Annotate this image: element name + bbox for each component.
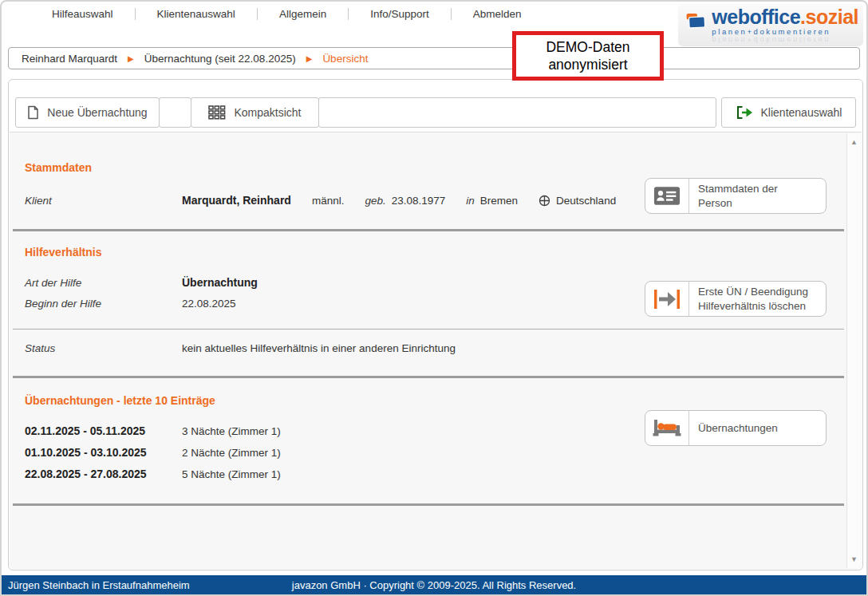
toolbar-empty-cell: [318, 97, 716, 128]
country: Deutschland: [556, 195, 616, 207]
scroll-up-arrow-icon[interactable]: ▲: [847, 138, 861, 146]
hilfeverhaeltnis-heading: Hilfeverhältnis: [25, 246, 101, 259]
beginn-der-hilfe-label: Beginn der Hilfe: [25, 298, 182, 310]
scroll-down-arrow-icon[interactable]: ▼: [847, 555, 861, 563]
art-der-hilfe-row: Art der Hilfe Übernachtung: [25, 276, 258, 289]
nav-abmelden[interactable]: Abmelden: [452, 8, 543, 20]
art-der-hilfe-value: Übernachtung: [182, 276, 258, 289]
overnight-range: 02.11.2025 - 05.11.2025: [25, 424, 182, 437]
place-label: in: [466, 195, 475, 207]
stammdaten-der-person-button[interactable]: Stammdaten der Person: [645, 178, 827, 214]
new-overnight-button[interactable]: Neue Übernachtung: [15, 97, 160, 128]
overnight-detail: 2 Nächte (Zimmer 1): [182, 447, 281, 459]
erste-uen-beendigung-button[interactable]: Erste ÜN / Beendigung Hilfeverhältnis lö…: [645, 281, 827, 317]
uebernachtungen-heading: Übernachtungen - letzte 10 Einträge: [25, 394, 215, 407]
logo-wordmark: weboffice.sozial: [712, 7, 858, 27]
logo-tagline: planen+dokumentieren: [712, 28, 858, 36]
demo-data-overlay: DEMO-Daten anonymisiert: [512, 31, 664, 81]
globe-icon: [539, 195, 550, 207]
grid-icon: [208, 105, 226, 120]
main-panel: Neue Übernachtung Kompaktsicht Klientena…: [8, 79, 863, 570]
overnight-range: 01.10.2025 - 03.10.2025: [25, 446, 182, 459]
erste-uen-button-label: Erste ÜN / Beendigung Hilfeverhältnis lö…: [689, 285, 826, 313]
uebernachtungen-button-label: Übernachtungen: [689, 421, 826, 436]
birth-place: Bremen: [480, 195, 518, 207]
klient-row: Klient Marquardt, Reinhard männl. geb.23…: [25, 194, 616, 207]
vertical-scrollbar[interactable]: ▲ ▼: [846, 133, 861, 568]
footer-user-info: Jürgen Steinbach in Erstaufnahmeheim: [8, 579, 190, 591]
id-card-icon: [653, 185, 681, 207]
birth-date: 23.08.1977: [392, 195, 446, 207]
client-gender: männl.: [312, 195, 345, 207]
breadcrumb-current-page: Übersicht: [322, 53, 368, 65]
client-selection-button[interactable]: Klientenauswahl: [721, 97, 856, 128]
stammdaten-button-label: Stammdaten der Person: [689, 182, 826, 210]
art-der-hilfe-label: Art der Hilfe: [25, 277, 182, 289]
client-selection-label: Klientenauswahl: [761, 106, 842, 119]
logo-reflection: planen+dokumentieren: [712, 36, 831, 44]
new-overnight-label: Neue Übernachtung: [47, 106, 147, 119]
toolbar-spacer-cell: [159, 97, 191, 128]
demo-overlay-line2: anonymisiert: [548, 56, 627, 73]
nav-hilfeauswahl[interactable]: Hilfeauswahl: [30, 8, 135, 20]
weboffice-logo: weboffice.sozial planen+dokumentieren pl…: [678, 3, 863, 46]
uebernachtungen-button[interactable]: Übernachtungen: [645, 410, 827, 446]
nav-klientenauswahl[interactable]: Klientenauswahl: [136, 8, 257, 20]
footer-copyright: javazon GmbH · Copyright © 2009-2025. Al…: [292, 579, 576, 591]
client-name: Marquardt, Reinhard: [182, 194, 291, 207]
section-divider: [13, 376, 844, 378]
overnight-detail: 3 Nächte (Zimmer 1): [182, 425, 281, 437]
overnight-entry: 22.08.2025 - 27.08.2025 5 Nächte (Zimmer…: [25, 468, 281, 480]
demo-overlay-line1: DEMO-Daten: [546, 38, 629, 56]
breadcrumb-client[interactable]: Reinhard Marquardt: [22, 53, 117, 65]
weboffice-logo-icon: [686, 7, 706, 36]
overnight-detail: 5 Nächte (Zimmer 1): [182, 468, 281, 480]
breadcrumb-arrow-icon: ▶: [306, 54, 313, 63]
content-area: Stammdaten Klient Marquardt, Reinhard mä…: [10, 132, 862, 569]
exit-arrow-icon: [736, 105, 753, 120]
breadcrumb-arrow-icon: ▶: [128, 54, 134, 63]
klient-label: Klient: [25, 195, 182, 207]
compact-view-label: Kompaktsicht: [234, 106, 301, 119]
weboffice-app-window: Hilfeauswahl Klientenauswahl Allgemein I…: [0, 0, 868, 596]
overnight-range: 22.08.2025 - 27.08.2025: [25, 468, 182, 480]
bed-icon: [652, 418, 682, 438]
section-divider-thin: [13, 329, 844, 330]
new-document-icon: [27, 105, 39, 120]
breadcrumb-help-relation[interactable]: Übernachtung (seit 22.08.2025): [144, 53, 296, 65]
section-divider: [13, 229, 844, 231]
status-value: kein aktuelles Hilfeverhältnis in einer …: [182, 342, 456, 354]
overnight-entry: 02.11.2025 - 05.11.2025 3 Nächte (Zimmer…: [25, 424, 281, 437]
footer-bar: Jürgen Steinbach in Erstaufnahmeheim jav…: [2, 575, 866, 594]
compact-view-button[interactable]: Kompaktsicht: [191, 97, 319, 128]
status-row: Status kein aktuelles Hilfeverhältnis in…: [25, 342, 456, 354]
nav-allgemein[interactable]: Allgemein: [258, 8, 348, 20]
arrow-between-bars-icon: [653, 289, 681, 310]
section-divider: [13, 503, 844, 506]
nav-info-support[interactable]: Info/Support: [349, 8, 451, 20]
beginn-der-hilfe-value: 22.08.2025: [182, 298, 236, 310]
status-label: Status: [25, 342, 182, 354]
top-navigation: Hilfeauswahl Klientenauswahl Allgemein I…: [2, 2, 543, 26]
stammdaten-heading: Stammdaten: [25, 161, 92, 174]
overnight-entry: 01.10.2025 - 03.10.2025 2 Nächte (Zimmer…: [25, 446, 281, 459]
birth-label: geb.: [365, 195, 385, 207]
breadcrumb: Reinhard Marquardt ▶ Übernachtung (seit …: [8, 47, 860, 69]
beginn-der-hilfe-row: Beginn der Hilfe 22.08.2025: [25, 298, 236, 310]
